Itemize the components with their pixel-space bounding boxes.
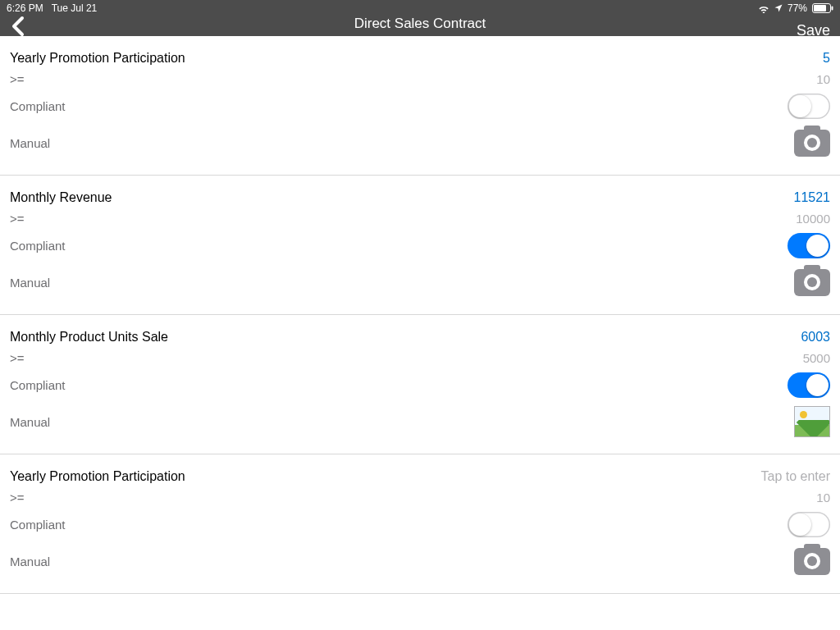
status-time: 6:26 PM bbox=[7, 2, 43, 14]
status-date: Tue Jul 21 bbox=[52, 2, 98, 14]
metric-section: Yearly Promotion Participation5>=10Compl… bbox=[0, 36, 840, 176]
compliant-label: Compliant bbox=[10, 518, 66, 532]
metric-section: Monthly Product Units Sale6003>=5000Comp… bbox=[0, 315, 840, 454]
svg-rect-1 bbox=[814, 5, 826, 11]
metric-operator: >= bbox=[10, 212, 25, 226]
location-icon bbox=[774, 4, 783, 12]
camera-icon[interactable] bbox=[794, 548, 830, 575]
metric-title: Yearly Promotion Participation bbox=[10, 51, 185, 66]
metric-operator: >= bbox=[10, 72, 25, 86]
metric-section: Yearly Promotion ParticipationTap to ent… bbox=[0, 454, 840, 594]
page-title: Direct Sales Contract bbox=[354, 16, 486, 31]
save-button[interactable]: Save bbox=[797, 22, 830, 39]
attachment-thumbnail[interactable] bbox=[794, 406, 830, 437]
metric-target: 10 bbox=[816, 491, 830, 504]
metric-value[interactable]: Tap to enter bbox=[761, 469, 831, 484]
chevron-left-icon bbox=[11, 16, 25, 37]
manual-label: Manual bbox=[10, 555, 50, 568]
metric-title: Yearly Promotion Participation bbox=[10, 469, 185, 484]
metric-target: 10 bbox=[816, 72, 830, 86]
metric-operator: >= bbox=[10, 351, 25, 365]
status-bar: 6:26 PM Tue Jul 21 77% bbox=[0, 0, 840, 16]
compliant-label: Compliant bbox=[10, 99, 66, 113]
compliant-toggle[interactable] bbox=[788, 512, 830, 537]
metric-value[interactable]: 5 bbox=[823, 51, 830, 66]
back-button[interactable] bbox=[7, 15, 30, 38]
metric-title: Monthly Product Units Sale bbox=[10, 330, 168, 345]
battery-icon bbox=[812, 3, 833, 13]
svg-rect-2 bbox=[832, 7, 833, 11]
manual-label: Manual bbox=[10, 415, 50, 429]
compliant-toggle[interactable] bbox=[788, 233, 830, 258]
camera-icon[interactable] bbox=[794, 130, 830, 157]
nav-bar: Direct Sales Contract Save bbox=[0, 16, 840, 36]
metric-section: Monthly Revenue11521>=10000CompliantManu… bbox=[0, 176, 840, 315]
manual-label: Manual bbox=[10, 276, 50, 290]
battery-pct: 77% bbox=[788, 2, 807, 14]
metric-value[interactable]: 11521 bbox=[794, 190, 831, 205]
metric-value[interactable]: 6003 bbox=[801, 330, 830, 345]
manual-label: Manual bbox=[10, 136, 50, 150]
metric-title: Monthly Revenue bbox=[10, 190, 112, 205]
compliant-label: Compliant bbox=[10, 378, 66, 392]
wifi-icon bbox=[758, 4, 769, 13]
compliant-label: Compliant bbox=[10, 239, 66, 253]
metric-operator: >= bbox=[10, 491, 25, 504]
metric-target: 5000 bbox=[803, 351, 830, 365]
compliant-toggle[interactable] bbox=[788, 372, 830, 398]
camera-icon[interactable] bbox=[794, 269, 830, 296]
metric-target: 10000 bbox=[796, 212, 830, 226]
compliant-toggle[interactable] bbox=[788, 94, 830, 119]
